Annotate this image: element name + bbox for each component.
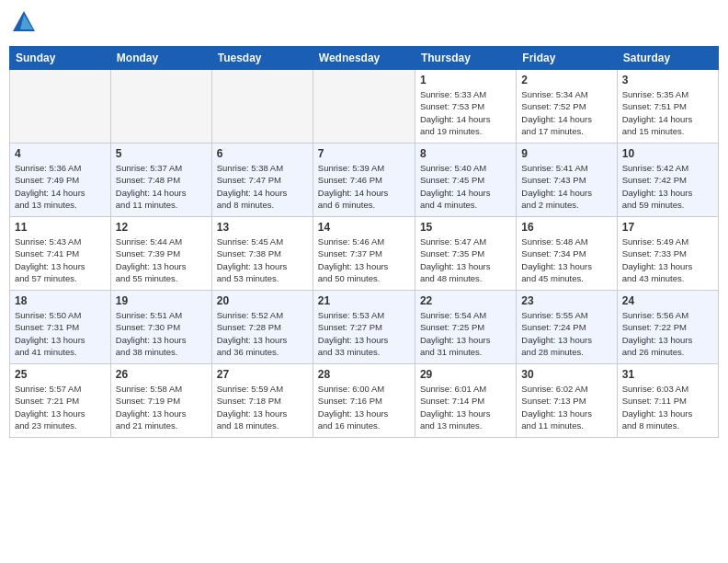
day-info: Sunrise: 5:37 AM Sunset: 7:48 PM Dayligh… [116, 162, 207, 211]
day-cell [110, 70, 211, 144]
day-info: Sunrise: 6:03 AM Sunset: 7:11 PM Dayligh… [622, 383, 713, 431]
day-number: 6 [217, 147, 308, 160]
day-number: 13 [217, 221, 308, 234]
weekday-header-friday: Friday [517, 47, 617, 70]
day-cell: 18Sunrise: 5:50 AM Sunset: 7:31 PM Dayli… [10, 291, 111, 364]
day-info: Sunrise: 5:47 AM Sunset: 7:35 PM Dayligh… [420, 236, 511, 284]
day-info: Sunrise: 5:41 AM Sunset: 7:43 PM Dayligh… [521, 162, 611, 211]
day-cell: 21Sunrise: 5:53 AM Sunset: 7:27 PM Dayli… [313, 291, 415, 364]
day-cell: 7Sunrise: 5:39 AM Sunset: 7:46 PM Daylig… [313, 144, 415, 217]
day-cell: 14Sunrise: 5:46 AM Sunset: 7:37 PM Dayli… [313, 217, 415, 291]
day-info: Sunrise: 5:58 AM Sunset: 7:19 PM Dayligh… [116, 383, 207, 431]
day-cell: 12Sunrise: 5:44 AM Sunset: 7:39 PM Dayli… [110, 217, 211, 291]
day-cell: 30Sunrise: 6:02 AM Sunset: 7:13 PM Dayli… [517, 364, 617, 438]
day-cell: 29Sunrise: 6:01 AM Sunset: 7:14 PM Dayli… [415, 364, 516, 438]
day-cell: 3Sunrise: 5:35 AM Sunset: 7:51 PM Daylig… [617, 70, 718, 144]
day-info: Sunrise: 5:49 AM Sunset: 7:33 PM Dayligh… [622, 236, 713, 284]
day-cell: 10Sunrise: 5:42 AM Sunset: 7:42 PM Dayli… [617, 144, 718, 217]
day-number: 7 [318, 147, 410, 160]
day-cell: 8Sunrise: 5:40 AM Sunset: 7:45 PM Daylig… [415, 144, 516, 217]
day-number: 9 [521, 147, 611, 160]
week-row-5: 25Sunrise: 5:57 AM Sunset: 7:21 PM Dayli… [10, 364, 719, 438]
day-info: Sunrise: 5:44 AM Sunset: 7:39 PM Dayligh… [116, 236, 207, 284]
day-info: Sunrise: 5:39 AM Sunset: 7:46 PM Dayligh… [318, 162, 410, 211]
day-info: Sunrise: 5:42 AM Sunset: 7:42 PM Dayligh… [622, 162, 713, 211]
day-info: Sunrise: 5:50 AM Sunset: 7:31 PM Dayligh… [15, 309, 106, 358]
weekday-header-monday: Monday [110, 47, 211, 70]
day-number: 14 [318, 221, 410, 234]
day-info: Sunrise: 5:38 AM Sunset: 7:47 PM Dayligh… [217, 162, 308, 211]
day-info: Sunrise: 5:54 AM Sunset: 7:25 PM Dayligh… [420, 309, 511, 358]
day-info: Sunrise: 6:01 AM Sunset: 7:14 PM Dayligh… [420, 383, 511, 431]
day-info: Sunrise: 5:46 AM Sunset: 7:37 PM Dayligh… [318, 236, 410, 284]
day-cell: 28Sunrise: 6:00 AM Sunset: 7:16 PM Dayli… [313, 364, 415, 438]
day-number: 31 [622, 368, 713, 381]
day-info: Sunrise: 5:40 AM Sunset: 7:45 PM Dayligh… [420, 162, 511, 211]
day-cell: 24Sunrise: 5:56 AM Sunset: 7:22 PM Dayli… [617, 291, 718, 364]
day-info: Sunrise: 6:02 AM Sunset: 7:13 PM Dayligh… [521, 383, 611, 431]
day-cell: 2Sunrise: 5:34 AM Sunset: 7:52 PM Daylig… [517, 70, 617, 144]
day-number: 4 [15, 147, 106, 160]
day-cell: 31Sunrise: 6:03 AM Sunset: 7:11 PM Dayli… [617, 364, 718, 438]
weekday-header-sunday: Sunday [10, 47, 111, 70]
day-number: 21 [318, 294, 410, 307]
day-number: 18 [15, 294, 106, 307]
day-info: Sunrise: 5:33 AM Sunset: 7:53 PM Dayligh… [420, 88, 511, 137]
weekday-header-row: SundayMondayTuesdayWednesdayThursdayFrid… [10, 47, 719, 70]
day-cell: 26Sunrise: 5:58 AM Sunset: 7:19 PM Dayli… [110, 364, 211, 438]
day-info: Sunrise: 5:59 AM Sunset: 7:18 PM Dayligh… [217, 383, 308, 431]
day-number: 2 [521, 74, 611, 86]
day-cell: 1Sunrise: 5:33 AM Sunset: 7:53 PM Daylig… [415, 70, 516, 144]
day-number: 27 [217, 368, 308, 381]
week-row-2: 4Sunrise: 5:36 AM Sunset: 7:49 PM Daylig… [10, 144, 719, 217]
day-number: 10 [622, 147, 713, 160]
day-number: 15 [420, 221, 511, 234]
day-number: 11 [15, 221, 106, 234]
weekday-header-thursday: Thursday [415, 47, 516, 70]
calendar-table: SundayMondayTuesdayWednesdayThursdayFrid… [9, 46, 719, 438]
day-cell: 6Sunrise: 5:38 AM Sunset: 7:47 PM Daylig… [211, 144, 313, 217]
day-number: 26 [116, 368, 207, 381]
logo [9, 9, 37, 39]
day-cell: 9Sunrise: 5:41 AM Sunset: 7:43 PM Daylig… [517, 144, 617, 217]
week-row-1: 1Sunrise: 5:33 AM Sunset: 7:53 PM Daylig… [10, 70, 719, 144]
day-info: Sunrise: 5:45 AM Sunset: 7:38 PM Dayligh… [217, 236, 308, 284]
day-number: 24 [622, 294, 713, 307]
day-info: Sunrise: 5:48 AM Sunset: 7:34 PM Dayligh… [521, 236, 611, 284]
day-number: 29 [420, 368, 511, 381]
day-number: 25 [15, 368, 106, 381]
weekday-header-tuesday: Tuesday [211, 47, 313, 70]
day-cell: 17Sunrise: 5:49 AM Sunset: 7:33 PM Dayli… [617, 217, 718, 291]
day-info: Sunrise: 5:35 AM Sunset: 7:51 PM Dayligh… [622, 88, 713, 137]
day-number: 3 [622, 74, 713, 86]
day-cell: 22Sunrise: 5:54 AM Sunset: 7:25 PM Dayli… [415, 291, 516, 364]
day-info: Sunrise: 5:53 AM Sunset: 7:27 PM Dayligh… [318, 309, 410, 358]
day-number: 23 [521, 294, 611, 307]
day-number: 28 [318, 368, 410, 381]
day-number: 8 [420, 147, 511, 160]
day-cell [313, 70, 415, 144]
header [9, 9, 719, 39]
weekday-header-saturday: Saturday [617, 47, 718, 70]
page: SundayMondayTuesdayWednesdayThursdayFrid… [0, 0, 728, 563]
day-cell: 11Sunrise: 5:43 AM Sunset: 7:41 PM Dayli… [10, 217, 111, 291]
day-cell: 13Sunrise: 5:45 AM Sunset: 7:38 PM Dayli… [211, 217, 313, 291]
logo-icon [11, 9, 37, 35]
day-cell: 16Sunrise: 5:48 AM Sunset: 7:34 PM Dayli… [517, 217, 617, 291]
day-info: Sunrise: 5:57 AM Sunset: 7:21 PM Dayligh… [15, 383, 106, 431]
week-row-4: 18Sunrise: 5:50 AM Sunset: 7:31 PM Dayli… [10, 291, 719, 364]
day-cell [10, 70, 111, 144]
day-number: 17 [622, 221, 713, 234]
day-info: Sunrise: 5:51 AM Sunset: 7:30 PM Dayligh… [116, 309, 207, 358]
week-row-3: 11Sunrise: 5:43 AM Sunset: 7:41 PM Dayli… [10, 217, 719, 291]
day-cell: 5Sunrise: 5:37 AM Sunset: 7:48 PM Daylig… [110, 144, 211, 217]
day-info: Sunrise: 5:56 AM Sunset: 7:22 PM Dayligh… [622, 309, 713, 358]
day-number: 22 [420, 294, 511, 307]
day-number: 1 [420, 74, 511, 86]
day-number: 12 [116, 221, 207, 234]
day-info: Sunrise: 5:34 AM Sunset: 7:52 PM Dayligh… [521, 88, 611, 137]
day-cell: 23Sunrise: 5:55 AM Sunset: 7:24 PM Dayli… [517, 291, 617, 364]
day-cell: 27Sunrise: 5:59 AM Sunset: 7:18 PM Dayli… [211, 364, 313, 438]
day-number: 30 [521, 368, 611, 381]
day-number: 20 [217, 294, 308, 307]
